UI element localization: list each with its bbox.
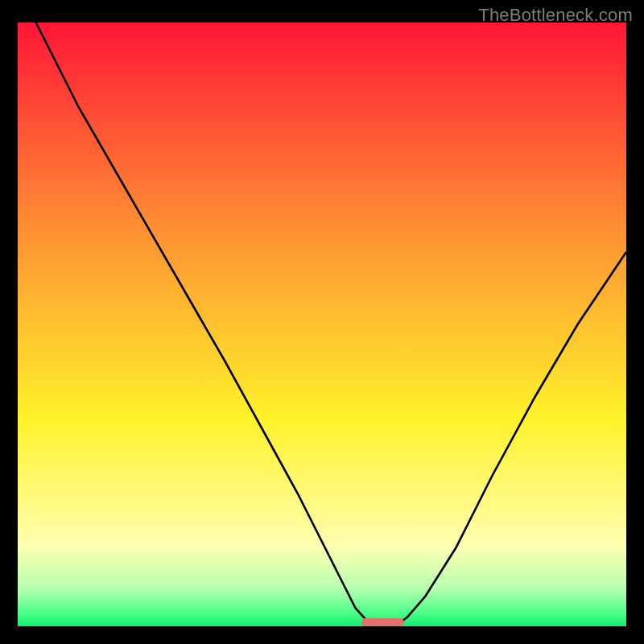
curve-left-branch bbox=[36, 23, 369, 626]
curve-right-branch bbox=[395, 252, 626, 626]
plot-area bbox=[18, 23, 626, 626]
minimum-marker bbox=[361, 618, 404, 627]
chart-frame: TheBottleneck.com bbox=[0, 0, 644, 644]
bottleneck-curve bbox=[18, 23, 626, 626]
watermark-text: TheBottleneck.com bbox=[478, 5, 633, 26]
